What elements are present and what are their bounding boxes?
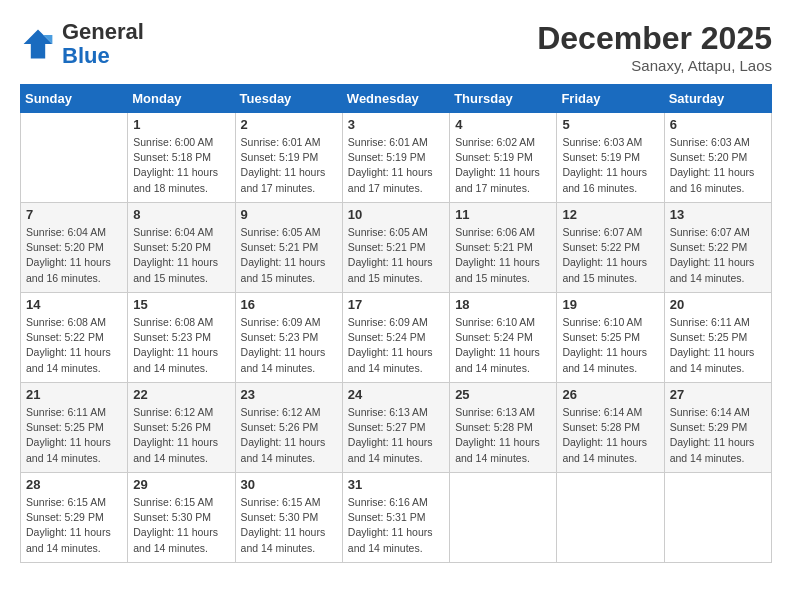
calendar-week-row: 1Sunrise: 6:00 AM Sunset: 5:18 PM Daylig… [21, 113, 772, 203]
calendar-cell: 28Sunrise: 6:15 AM Sunset: 5:29 PM Dayli… [21, 473, 128, 563]
day-number: 9 [241, 207, 337, 222]
calendar-cell: 17Sunrise: 6:09 AM Sunset: 5:24 PM Dayli… [342, 293, 449, 383]
day-number: 26 [562, 387, 658, 402]
month-year-title: December 2025 [537, 20, 772, 57]
calendar-cell: 6Sunrise: 6:03 AM Sunset: 5:20 PM Daylig… [664, 113, 771, 203]
calendar-week-row: 14Sunrise: 6:08 AM Sunset: 5:22 PM Dayli… [21, 293, 772, 383]
calendar-cell: 25Sunrise: 6:13 AM Sunset: 5:28 PM Dayli… [450, 383, 557, 473]
day-number: 8 [133, 207, 229, 222]
day-info: Sunrise: 6:15 AM Sunset: 5:30 PM Dayligh… [241, 495, 337, 556]
calendar-cell: 30Sunrise: 6:15 AM Sunset: 5:30 PM Dayli… [235, 473, 342, 563]
day-number: 23 [241, 387, 337, 402]
day-info: Sunrise: 6:01 AM Sunset: 5:19 PM Dayligh… [348, 135, 444, 196]
calendar-cell: 19Sunrise: 6:10 AM Sunset: 5:25 PM Dayli… [557, 293, 664, 383]
calendar-cell: 7Sunrise: 6:04 AM Sunset: 5:20 PM Daylig… [21, 203, 128, 293]
day-number: 27 [670, 387, 766, 402]
day-number: 21 [26, 387, 122, 402]
day-info: Sunrise: 6:11 AM Sunset: 5:25 PM Dayligh… [26, 405, 122, 466]
location-subtitle: Sanaxy, Attapu, Laos [537, 57, 772, 74]
calendar-cell [664, 473, 771, 563]
calendar-cell: 20Sunrise: 6:11 AM Sunset: 5:25 PM Dayli… [664, 293, 771, 383]
calendar-cell: 24Sunrise: 6:13 AM Sunset: 5:27 PM Dayli… [342, 383, 449, 473]
day-info: Sunrise: 6:03 AM Sunset: 5:20 PM Dayligh… [670, 135, 766, 196]
weekday-header-row: SundayMondayTuesdayWednesdayThursdayFrid… [21, 85, 772, 113]
day-number: 30 [241, 477, 337, 492]
calendar-cell: 10Sunrise: 6:05 AM Sunset: 5:21 PM Dayli… [342, 203, 449, 293]
day-info: Sunrise: 6:13 AM Sunset: 5:27 PM Dayligh… [348, 405, 444, 466]
day-info: Sunrise: 6:13 AM Sunset: 5:28 PM Dayligh… [455, 405, 551, 466]
day-number: 10 [348, 207, 444, 222]
weekday-header-cell: Monday [128, 85, 235, 113]
day-info: Sunrise: 6:15 AM Sunset: 5:29 PM Dayligh… [26, 495, 122, 556]
day-number: 20 [670, 297, 766, 312]
day-number: 2 [241, 117, 337, 132]
calendar-cell: 21Sunrise: 6:11 AM Sunset: 5:25 PM Dayli… [21, 383, 128, 473]
day-info: Sunrise: 6:10 AM Sunset: 5:24 PM Dayligh… [455, 315, 551, 376]
calendar-body: 1Sunrise: 6:00 AM Sunset: 5:18 PM Daylig… [21, 113, 772, 563]
calendar-cell: 4Sunrise: 6:02 AM Sunset: 5:19 PM Daylig… [450, 113, 557, 203]
calendar-cell: 22Sunrise: 6:12 AM Sunset: 5:26 PM Dayli… [128, 383, 235, 473]
calendar-cell: 9Sunrise: 6:05 AM Sunset: 5:21 PM Daylig… [235, 203, 342, 293]
page-header: General Blue December 2025 Sanaxy, Attap… [20, 20, 772, 74]
logo: General Blue [20, 20, 144, 68]
day-number: 29 [133, 477, 229, 492]
day-number: 28 [26, 477, 122, 492]
calendar-cell: 5Sunrise: 6:03 AM Sunset: 5:19 PM Daylig… [557, 113, 664, 203]
day-info: Sunrise: 6:14 AM Sunset: 5:28 PM Dayligh… [562, 405, 658, 466]
day-info: Sunrise: 6:05 AM Sunset: 5:21 PM Dayligh… [348, 225, 444, 286]
calendar-cell: 8Sunrise: 6:04 AM Sunset: 5:20 PM Daylig… [128, 203, 235, 293]
day-info: Sunrise: 6:02 AM Sunset: 5:19 PM Dayligh… [455, 135, 551, 196]
weekday-header-cell: Wednesday [342, 85, 449, 113]
day-info: Sunrise: 6:09 AM Sunset: 5:24 PM Dayligh… [348, 315, 444, 376]
calendar-cell: 2Sunrise: 6:01 AM Sunset: 5:19 PM Daylig… [235, 113, 342, 203]
calendar-cell: 15Sunrise: 6:08 AM Sunset: 5:23 PM Dayli… [128, 293, 235, 383]
calendar-cell [450, 473, 557, 563]
day-info: Sunrise: 6:04 AM Sunset: 5:20 PM Dayligh… [26, 225, 122, 286]
calendar-cell: 26Sunrise: 6:14 AM Sunset: 5:28 PM Dayli… [557, 383, 664, 473]
calendar-cell: 1Sunrise: 6:00 AM Sunset: 5:18 PM Daylig… [128, 113, 235, 203]
calendar-cell: 13Sunrise: 6:07 AM Sunset: 5:22 PM Dayli… [664, 203, 771, 293]
day-number: 1 [133, 117, 229, 132]
calendar-cell: 31Sunrise: 6:16 AM Sunset: 5:31 PM Dayli… [342, 473, 449, 563]
calendar-cell [557, 473, 664, 563]
day-number: 6 [670, 117, 766, 132]
day-info: Sunrise: 6:08 AM Sunset: 5:22 PM Dayligh… [26, 315, 122, 376]
day-info: Sunrise: 6:07 AM Sunset: 5:22 PM Dayligh… [562, 225, 658, 286]
weekday-header-cell: Thursday [450, 85, 557, 113]
day-info: Sunrise: 6:01 AM Sunset: 5:19 PM Dayligh… [241, 135, 337, 196]
calendar-cell: 16Sunrise: 6:09 AM Sunset: 5:23 PM Dayli… [235, 293, 342, 383]
day-info: Sunrise: 6:09 AM Sunset: 5:23 PM Dayligh… [241, 315, 337, 376]
weekday-header-cell: Friday [557, 85, 664, 113]
calendar-cell: 18Sunrise: 6:10 AM Sunset: 5:24 PM Dayli… [450, 293, 557, 383]
logo-icon [20, 26, 56, 62]
calendar-cell: 27Sunrise: 6:14 AM Sunset: 5:29 PM Dayli… [664, 383, 771, 473]
day-number: 31 [348, 477, 444, 492]
day-info: Sunrise: 6:12 AM Sunset: 5:26 PM Dayligh… [241, 405, 337, 466]
calendar-week-row: 28Sunrise: 6:15 AM Sunset: 5:29 PM Dayli… [21, 473, 772, 563]
day-number: 25 [455, 387, 551, 402]
calendar-cell: 3Sunrise: 6:01 AM Sunset: 5:19 PM Daylig… [342, 113, 449, 203]
day-info: Sunrise: 6:07 AM Sunset: 5:22 PM Dayligh… [670, 225, 766, 286]
day-info: Sunrise: 6:06 AM Sunset: 5:21 PM Dayligh… [455, 225, 551, 286]
svg-marker-0 [24, 30, 53, 59]
day-info: Sunrise: 6:11 AM Sunset: 5:25 PM Dayligh… [670, 315, 766, 376]
day-number: 5 [562, 117, 658, 132]
weekday-header-cell: Saturday [664, 85, 771, 113]
calendar-cell: 29Sunrise: 6:15 AM Sunset: 5:30 PM Dayli… [128, 473, 235, 563]
day-info: Sunrise: 6:16 AM Sunset: 5:31 PM Dayligh… [348, 495, 444, 556]
calendar-cell: 14Sunrise: 6:08 AM Sunset: 5:22 PM Dayli… [21, 293, 128, 383]
day-number: 18 [455, 297, 551, 312]
day-number: 11 [455, 207, 551, 222]
day-number: 4 [455, 117, 551, 132]
day-info: Sunrise: 6:00 AM Sunset: 5:18 PM Dayligh… [133, 135, 229, 196]
calendar-cell [21, 113, 128, 203]
calendar-cell: 23Sunrise: 6:12 AM Sunset: 5:26 PM Dayli… [235, 383, 342, 473]
day-number: 24 [348, 387, 444, 402]
day-number: 3 [348, 117, 444, 132]
calendar-cell: 12Sunrise: 6:07 AM Sunset: 5:22 PM Dayli… [557, 203, 664, 293]
day-number: 17 [348, 297, 444, 312]
day-info: Sunrise: 6:04 AM Sunset: 5:20 PM Dayligh… [133, 225, 229, 286]
day-number: 14 [26, 297, 122, 312]
logo-text-blue: Blue [62, 44, 144, 68]
day-number: 13 [670, 207, 766, 222]
